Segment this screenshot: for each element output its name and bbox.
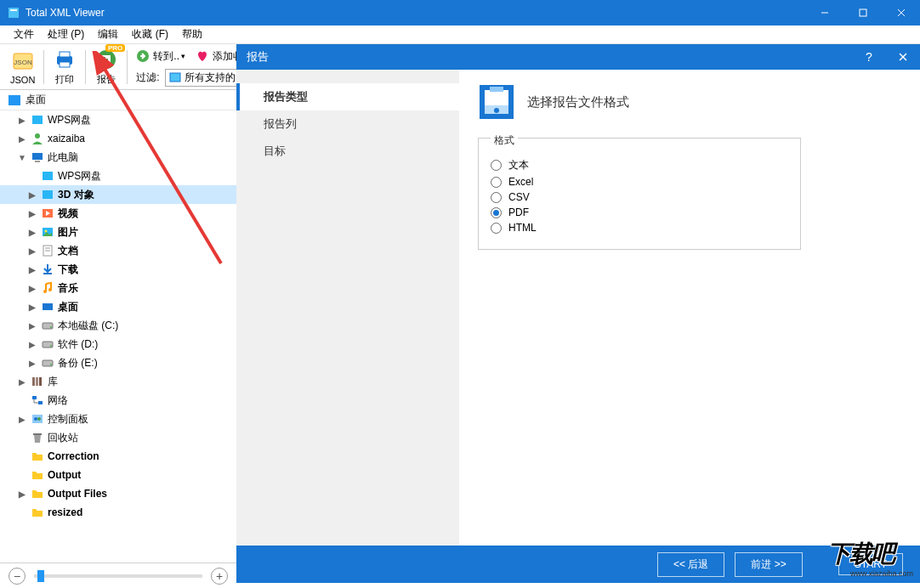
tree-row[interactable]: ▶xaizaiba <box>0 129 236 148</box>
expander-icon[interactable]: ▶ <box>17 116 27 125</box>
svg-rect-17 <box>32 116 43 124</box>
node-icon <box>41 337 54 351</box>
tree-row[interactable]: ▼此电脑 <box>0 148 236 167</box>
tree-row[interactable]: ▶备份 (E:) <box>0 353 236 372</box>
close-button[interactable] <box>882 0 920 25</box>
expander-icon[interactable]: ▶ <box>17 377 27 387</box>
tree-list[interactable]: ▶WPS网盘▶xaizaiba▼此电脑WPS网盘▶3D 对象▶视频▶图片▶文档▶… <box>0 110 236 563</box>
expander-icon[interactable]: ▶ <box>17 489 27 499</box>
tree-row[interactable]: Output <box>0 466 236 484</box>
tree-item-label: WPS网盘 <box>58 169 101 184</box>
tree-row[interactable]: ▶库 <box>0 372 236 391</box>
menu-help[interactable]: 帮助 <box>175 25 209 44</box>
next-button[interactable]: 前进 >> <box>735 552 802 577</box>
svg-point-48 <box>34 417 37 421</box>
menubar: 文件 处理 (P) 编辑 收藏 (F) 帮助 <box>0 25 920 44</box>
radio-csv-label: CSV <box>508 191 530 203</box>
maximize-button[interactable] <box>843 0 882 25</box>
tree-row[interactable]: resized <box>0 503 236 522</box>
menu-file[interactable]: 文件 <box>7 25 41 44</box>
tree-row[interactable]: ▶Output Files <box>0 484 236 503</box>
sidebar-item-target[interactable]: 目标 <box>236 138 459 165</box>
dialog-close-button[interactable] <box>886 44 920 70</box>
radio-pdf-label: PDF <box>508 206 529 218</box>
expander-icon[interactable]: ▶ <box>27 190 37 200</box>
report-dialog: 报告 ? 报告类型 报告列 目标 选择报告文件格式 格式 文本 Excel CS… <box>236 44 920 583</box>
node-icon <box>31 506 44 519</box>
menu-favorites[interactable]: 收藏 (F) <box>125 25 175 44</box>
sidebar-item-columns[interactable]: 报告列 <box>236 110 459 138</box>
report-button[interactable]: PRO 报告 <box>89 46 123 88</box>
tree-row[interactable]: ▶音乐 <box>0 279 236 297</box>
tree-item-label: 本地磁盘 (C:) <box>58 319 118 333</box>
window-title: Total XML Viewer <box>26 7 105 19</box>
floppy-icon <box>478 83 515 121</box>
zoom-bar: − + <box>0 563 236 588</box>
zoom-slider[interactable] <box>34 574 202 578</box>
radio-excel[interactable]: Excel <box>491 176 788 188</box>
tree-row[interactable]: ▶文档 <box>0 241 236 260</box>
expander-icon[interactable]: ▶ <box>27 228 37 237</box>
node-icon <box>41 281 54 295</box>
svg-text:JSON: JSON <box>14 59 32 66</box>
tree-row[interactable]: Correction <box>0 447 236 466</box>
tree-row[interactable]: WPS网盘 <box>0 167 236 185</box>
menu-edit[interactable]: 编辑 <box>91 25 125 44</box>
start-button[interactable]: START <box>838 553 903 575</box>
filter-label: 过滤: <box>136 71 159 85</box>
svg-point-31 <box>43 290 47 293</box>
expander-icon[interactable]: ▶ <box>27 359 37 368</box>
radio-csv[interactable]: CSV <box>491 191 788 203</box>
tree-row[interactable]: ▶软件 (D:) <box>0 335 236 353</box>
tree-row[interactable]: ▶控制面板 <box>0 410 236 428</box>
expander-icon[interactable]: ▶ <box>27 246 37 256</box>
radio-pdf[interactable]: PDF <box>491 206 788 218</box>
print-button[interactable]: 打印 <box>48 46 82 88</box>
minimize-button[interactable] <box>805 0 843 25</box>
tree-item-label: WPS网盘 <box>48 113 91 127</box>
zoom-thumb[interactable] <box>37 570 44 582</box>
goto-button[interactable]: 转到..▾ <box>131 48 190 65</box>
tree-header[interactable]: 桌面 <box>0 90 236 110</box>
expander-icon[interactable]: ▶ <box>27 302 37 312</box>
tree-item-label: 桌面 <box>58 300 78 314</box>
tree-row[interactable]: 回收站 <box>0 428 236 447</box>
radio-text[interactable]: 文本 <box>491 158 788 172</box>
tree-row[interactable]: ▶3D 对象 <box>0 185 236 204</box>
expander-icon[interactable]: ▶ <box>27 284 37 293</box>
json-button[interactable]: JSON JSON <box>5 48 40 87</box>
tree-row[interactable]: ▶本地磁盘 (C:) <box>0 316 236 335</box>
expander-icon[interactable]: ▼ <box>17 153 27 162</box>
tree-row[interactable]: ▶桌面 <box>0 297 236 316</box>
filter-combo[interactable]: 所有支持的 <box>165 69 240 87</box>
svg-rect-20 <box>35 161 40 162</box>
svg-rect-0 <box>9 8 19 18</box>
tree-item-label: Correction <box>48 450 99 462</box>
tree-row[interactable]: ▶视频 <box>0 204 236 223</box>
expander-icon[interactable]: ▶ <box>17 134 27 144</box>
expander-icon[interactable]: ▶ <box>17 415 27 424</box>
dialog-help-button[interactable]: ? <box>852 44 886 70</box>
expander-icon[interactable]: ▶ <box>27 265 37 274</box>
svg-rect-50 <box>33 433 42 435</box>
tree-item-label: 库 <box>48 375 58 389</box>
radio-html[interactable]: HTML <box>491 222 788 234</box>
svg-rect-42 <box>39 377 42 386</box>
tree-row[interactable]: ▶WPS网盘 <box>0 110 236 129</box>
svg-rect-10 <box>60 62 70 67</box>
radio-text-label: 文本 <box>508 158 529 172</box>
tree-row[interactable]: ▶下载 <box>0 260 236 279</box>
menu-process[interactable]: 处理 (P) <box>41 25 91 44</box>
sidebar-item-type[interactable]: 报告类型 <box>236 83 459 110</box>
tree-item-label: 下载 <box>58 263 78 277</box>
zoom-out-button[interactable]: − <box>9 568 26 585</box>
expander-icon[interactable]: ▶ <box>27 340 37 349</box>
arrow-right-icon <box>136 49 150 63</box>
tree-row[interactable]: ▶图片 <box>0 223 236 241</box>
zoom-in-button[interactable]: + <box>211 568 228 585</box>
tree-row[interactable]: 网络 <box>0 391 236 410</box>
back-button[interactable]: << 后退 <box>657 552 724 577</box>
svg-rect-41 <box>36 377 38 386</box>
expander-icon[interactable]: ▶ <box>27 321 37 331</box>
expander-icon[interactable]: ▶ <box>27 209 37 218</box>
